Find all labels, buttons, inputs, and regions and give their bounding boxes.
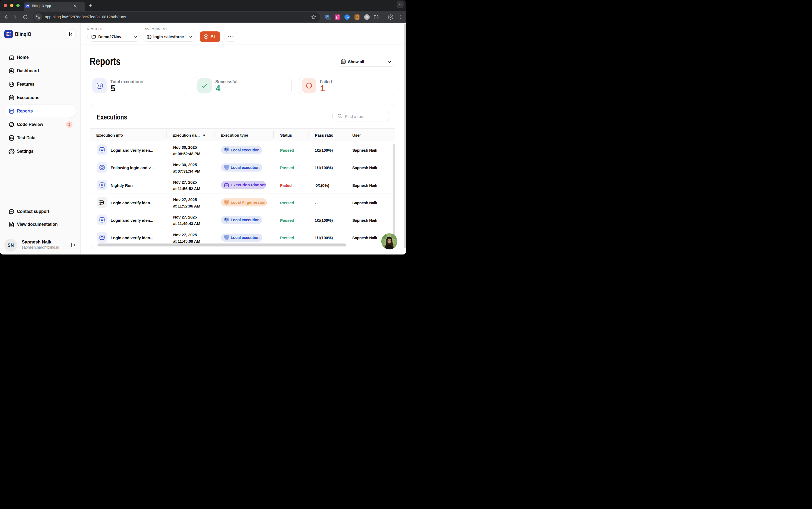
svg-text:zm: zm [346,16,348,19]
